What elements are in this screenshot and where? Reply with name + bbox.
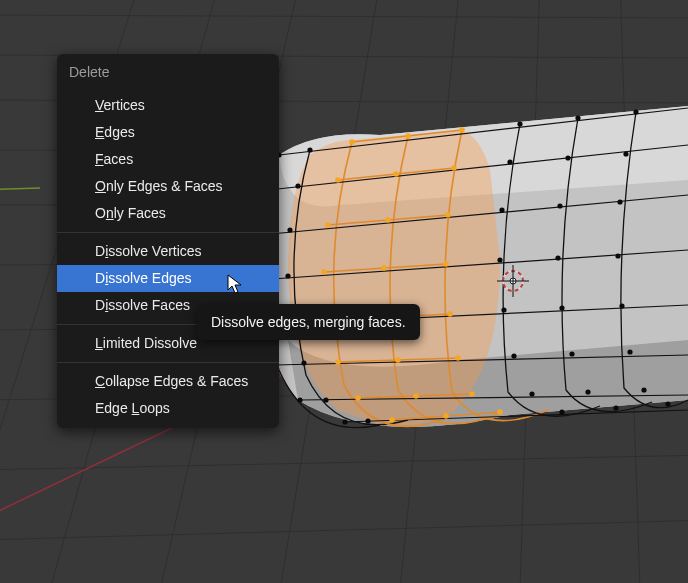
svg-point-77 <box>451 165 457 171</box>
tooltip: Dissolve edges, merging faces. <box>197 304 420 340</box>
svg-point-78 <box>445 212 451 218</box>
svg-point-30 <box>287 227 292 232</box>
svg-point-43 <box>559 409 564 414</box>
menu-item-edge-loops[interactable]: Edge Loops <box>57 395 279 422</box>
svg-point-41 <box>511 353 516 358</box>
menu-item-only-edges-faces[interactable]: Only Edges & Faces <box>57 173 279 200</box>
menu-separator <box>57 232 279 233</box>
svg-point-46 <box>557 203 562 208</box>
svg-point-62 <box>325 222 331 228</box>
svg-point-59 <box>665 401 670 406</box>
menu-separator <box>57 362 279 363</box>
svg-point-60 <box>349 139 355 145</box>
svg-point-39 <box>497 257 502 262</box>
svg-point-83 <box>497 409 503 415</box>
menu-item-only-faces[interactable]: Only Faces <box>57 200 279 227</box>
svg-point-48 <box>559 305 564 310</box>
svg-point-57 <box>627 349 632 354</box>
viewport-3d[interactable]: Delete VerticesEdgesFacesOnly Edges & Fa… <box>0 0 688 583</box>
svg-point-58 <box>641 387 646 392</box>
svg-point-75 <box>443 413 449 419</box>
svg-point-67 <box>389 417 395 423</box>
svg-point-33 <box>301 360 306 365</box>
menu-body: VerticesEdgesFacesOnly Edges & FacesOnly… <box>57 92 279 422</box>
svg-point-44 <box>575 115 580 120</box>
svg-point-68 <box>405 133 411 139</box>
svg-point-51 <box>613 405 618 410</box>
svg-point-74 <box>413 393 419 399</box>
svg-point-49 <box>569 351 574 356</box>
svg-point-36 <box>517 121 522 126</box>
menu-item-collapse-edges-faces[interactable]: Collapse Edges & Faces <box>57 368 279 395</box>
svg-point-71 <box>381 265 387 271</box>
svg-point-70 <box>385 217 391 223</box>
svg-point-54 <box>617 199 622 204</box>
svg-point-65 <box>335 359 341 365</box>
svg-point-35 <box>365 418 370 423</box>
svg-point-66 <box>355 395 361 401</box>
svg-point-37 <box>507 159 512 164</box>
svg-line-8 <box>0 520 688 540</box>
svg-point-80 <box>447 311 453 317</box>
svg-point-29 <box>295 183 300 188</box>
delete-context-menu: Delete VerticesEdgesFacesOnly Edges & Fa… <box>57 54 279 428</box>
svg-line-18 <box>0 188 40 190</box>
menu-item-dissolve-edges[interactable]: Dissolve Edges <box>57 265 279 292</box>
svg-point-47 <box>555 255 560 260</box>
menu-item-dissolve-vertices[interactable]: Dissolve Vertices <box>57 238 279 265</box>
svg-point-34 <box>323 397 328 402</box>
svg-point-76 <box>459 127 465 133</box>
svg-line-17 <box>0 15 688 18</box>
menu-item-vertices[interactable]: Vertices <box>57 92 279 119</box>
svg-point-53 <box>623 151 628 156</box>
svg-point-42 <box>529 391 534 396</box>
svg-point-56 <box>619 303 624 308</box>
svg-line-9 <box>0 455 688 470</box>
svg-point-26 <box>297 397 302 402</box>
svg-point-38 <box>499 207 504 212</box>
svg-point-40 <box>501 307 506 312</box>
svg-point-55 <box>615 253 620 258</box>
svg-point-61 <box>335 177 341 183</box>
svg-point-50 <box>585 389 590 394</box>
svg-point-73 <box>395 357 401 363</box>
svg-point-52 <box>633 109 638 114</box>
svg-point-31 <box>285 273 290 278</box>
svg-point-63 <box>321 269 327 275</box>
svg-point-82 <box>469 391 475 397</box>
svg-point-27 <box>342 419 347 424</box>
svg-point-45 <box>565 155 570 160</box>
svg-point-79 <box>443 261 449 267</box>
svg-point-81 <box>455 355 461 361</box>
menu-title: Delete <box>57 54 279 92</box>
menu-item-edges[interactable]: Edges <box>57 119 279 146</box>
menu-item-faces[interactable]: Faces <box>57 146 279 173</box>
svg-point-28 <box>307 147 312 152</box>
svg-point-69 <box>393 171 399 177</box>
